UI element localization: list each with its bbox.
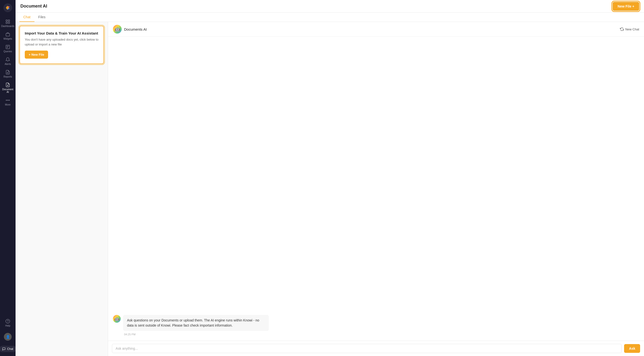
sidebar-avatar[interactable]: 👤: [0, 329, 16, 344]
sidebar-help-label: Help: [5, 324, 10, 327]
sidebar-item-widgets-label: Widgets: [4, 38, 12, 40]
import-new-file-button[interactable]: + New File: [25, 51, 48, 59]
ai-name: Documents AI: [124, 27, 147, 31]
chat-input[interactable]: [112, 344, 622, 353]
message-bubble: Ask questions on your Documents or uploa…: [123, 315, 269, 331]
sidebar-item-alerts-label: Alerts: [4, 63, 11, 65]
svg-point-13: [6, 319, 10, 323]
chat-messages: 🤖 Ask questions on your Documents or upl…: [108, 37, 644, 341]
import-card-title: Import Your Data & Train Your AI Assista…: [25, 31, 98, 35]
page-header: Document AI New File +: [16, 0, 644, 13]
svg-point-12: [9, 100, 10, 101]
message-row: 🤖 Ask questions on your Documents or upl…: [113, 315, 639, 336]
svg-rect-3: [6, 22, 8, 24]
svg-rect-5: [6, 34, 10, 36]
chat-header-left: 🤖 Documents AI: [113, 25, 147, 34]
sidebar-item-queries[interactable]: Queries: [0, 43, 16, 55]
sidebar-item-queries-label: Queries: [4, 50, 12, 53]
app-logo[interactable]: [4, 4, 12, 12]
chat-bubble-label: Chat: [7, 347, 13, 351]
svg-rect-2: [8, 20, 10, 21]
sidebar: Dashboards Widgets Queries Alerts Report…: [0, 0, 16, 356]
import-card: Import Your Data & Train Your AI Assista…: [20, 26, 104, 64]
sidebar-item-more[interactable]: More: [0, 96, 16, 108]
message-row-inner: 🤖 Ask questions on your Documents or upl…: [113, 315, 639, 331]
import-card-description: You don't have any uploaded docs yet, cl…: [25, 37, 98, 47]
sidebar-item-more-label: More: [5, 103, 11, 106]
chat-bubble-button[interactable]: Chat: [0, 346, 16, 352]
sidebar-item-document-ai[interactable]: Document AI: [0, 81, 16, 95]
chat-input-area: Ask: [108, 341, 644, 356]
svg-point-11: [8, 100, 8, 101]
header-new-file-button[interactable]: New File +: [613, 2, 639, 11]
sidebar-item-dashboards[interactable]: Dashboards: [0, 17, 16, 30]
ai-avatar: 🤖: [113, 25, 122, 34]
content-area: Import Your Data & Train Your AI Assista…: [16, 22, 644, 356]
page-title: Document AI: [20, 4, 47, 9]
main-content: Document AI New File + Chat Files Import…: [16, 0, 644, 356]
sidebar-item-alerts[interactable]: Alerts: [0, 55, 16, 67]
new-chat-label: New Chat: [625, 28, 639, 31]
refresh-icon: [620, 27, 624, 31]
sidebar-item-document-ai-label: Document AI: [1, 88, 14, 93]
sidebar-item-widgets[interactable]: Widgets: [0, 30, 16, 42]
message-ai-avatar: 🤖: [113, 315, 121, 323]
tab-files[interactable]: Files: [34, 13, 50, 22]
svg-point-10: [6, 100, 7, 101]
sidebar-item-reports[interactable]: Reports: [0, 68, 16, 80]
sidebar-item-dashboards-label: Dashboards: [1, 25, 14, 28]
message-time: 04:25 PM: [113, 333, 639, 336]
tab-bar: Chat Files: [16, 13, 644, 22]
ask-button[interactable]: Ask: [624, 344, 640, 353]
new-chat-button[interactable]: New Chat: [620, 27, 639, 31]
svg-rect-4: [8, 22, 10, 24]
sidebar-item-help[interactable]: Help: [0, 317, 16, 329]
sidebar-item-reports-label: Reports: [4, 75, 12, 78]
user-avatar: 👤: [4, 333, 12, 341]
svg-point-9: [7, 85, 8, 86]
sidebar-bottom: Help 👤 Chat: [0, 317, 16, 353]
chat-panel: 🤖 Documents AI New Chat 🤖 Ask questio: [108, 22, 644, 356]
left-panel: Import Your Data & Train Your AI Assista…: [16, 22, 108, 356]
chat-header: 🤖 Documents AI New Chat: [108, 22, 644, 37]
tab-chat[interactable]: Chat: [20, 13, 34, 22]
svg-rect-1: [6, 20, 8, 21]
